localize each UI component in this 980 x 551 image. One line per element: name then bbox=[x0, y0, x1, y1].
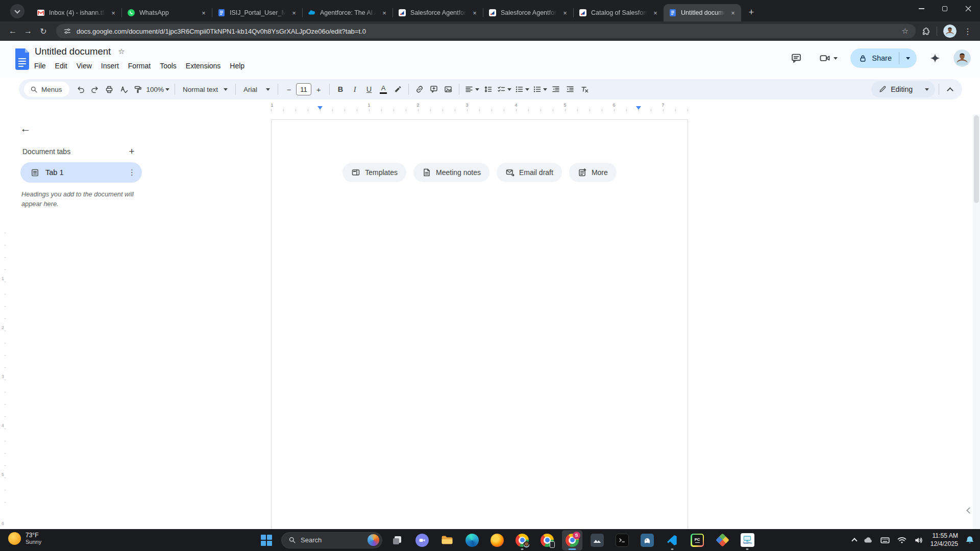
window-close-button[interactable] bbox=[957, 0, 980, 17]
account-avatar[interactable] bbox=[953, 49, 971, 67]
meet-button[interactable] bbox=[815, 48, 842, 68]
document-page[interactable]: Templates Meeting notes Email draft More bbox=[271, 119, 688, 529]
vertical-scrollbar[interactable] bbox=[973, 114, 980, 529]
increase-indent-button[interactable] bbox=[563, 82, 577, 97]
tab-close-icon[interactable]: × bbox=[471, 9, 479, 17]
clear-formatting-button[interactable] bbox=[577, 82, 592, 97]
bing-daily-image-icon[interactable] bbox=[368, 534, 379, 546]
right-indent-marker[interactable] bbox=[636, 106, 641, 112]
start-button[interactable] bbox=[256, 530, 277, 550]
volume-button[interactable] bbox=[914, 535, 924, 545]
share-main[interactable]: Share bbox=[850, 54, 899, 63]
bookmark-star-icon[interactable]: ☆ bbox=[902, 27, 909, 36]
taskpro-button[interactable]: TaskPro bbox=[737, 530, 757, 550]
browser-tab-catalog[interactable]: Catalog of Salesforce Cou × bbox=[574, 4, 664, 21]
templates-chip[interactable]: Templates bbox=[342, 163, 406, 182]
text-color-button[interactable]: A bbox=[376, 82, 390, 97]
chrome-active-button[interactable]: S bbox=[562, 530, 582, 550]
postgresql-button[interactable] bbox=[637, 530, 657, 550]
menu-help[interactable]: Help bbox=[225, 60, 249, 71]
browser-tab-active-untitled-document[interactable]: Untitled document - Goo × bbox=[664, 4, 741, 21]
share-button[interactable]: Share bbox=[850, 48, 917, 68]
file-explorer-button[interactable] bbox=[437, 530, 457, 550]
google-docs-logo[interactable] bbox=[14, 48, 30, 72]
browser-tab-salesforce-2[interactable]: Salesforce Agentforce AI S × bbox=[483, 4, 573, 21]
tab-search-button[interactable] bbox=[10, 4, 24, 18]
browser-tab-salesforce-1[interactable]: Salesforce Agentforce AI S × bbox=[393, 4, 483, 21]
vscode-button[interactable] bbox=[662, 530, 682, 550]
gemini-button[interactable] bbox=[925, 48, 945, 68]
redo-button[interactable] bbox=[88, 82, 102, 97]
window-maximize-button[interactable] bbox=[933, 0, 957, 17]
print-button[interactable] bbox=[102, 82, 116, 97]
tab-close-icon[interactable]: × bbox=[729, 9, 737, 17]
menu-extensions[interactable]: Extensions bbox=[181, 60, 225, 71]
tab-close-icon[interactable]: × bbox=[290, 9, 298, 17]
tab-options-kebab-icon[interactable]: ⋮ bbox=[128, 168, 136, 177]
site-settings-icon[interactable] bbox=[63, 27, 71, 35]
font-select[interactable]: Arial bbox=[239, 82, 274, 97]
browser-tab-manual[interactable]: ISIJ_Portal_User_Manual - × bbox=[212, 4, 302, 21]
reload-button[interactable]: ↻ bbox=[36, 23, 51, 39]
window-minimize-button[interactable] bbox=[910, 0, 933, 17]
underline-button[interactable]: U bbox=[362, 82, 376, 97]
doc-tab-item-selected[interactable]: Tab 1 ⋮ bbox=[20, 162, 142, 183]
tab-close-icon[interactable]: × bbox=[200, 9, 208, 17]
insert-image-button[interactable] bbox=[441, 82, 455, 97]
firefox-button[interactable] bbox=[487, 530, 507, 550]
insert-link-button[interactable] bbox=[412, 82, 427, 97]
pycharm-button[interactable]: PC bbox=[687, 530, 707, 550]
menu-view[interactable]: View bbox=[72, 60, 96, 71]
line-spacing-button[interactable] bbox=[481, 82, 495, 97]
undo-button[interactable] bbox=[74, 82, 88, 97]
address-bar[interactable]: docs.google.com/document/d/1jpc3R6Cmpii0… bbox=[56, 24, 916, 38]
clock-widget[interactable]: 11:55 AM 12/4/2025 bbox=[930, 532, 958, 548]
decrease-font-size-button[interactable]: − bbox=[282, 82, 296, 97]
onedrive-button[interactable] bbox=[863, 535, 873, 545]
add-comment-button[interactable] bbox=[427, 82, 441, 97]
editing-mode-select[interactable]: Editing bbox=[871, 81, 935, 97]
increase-font-size-button[interactable]: + bbox=[311, 82, 326, 97]
task-view-button[interactable] bbox=[387, 530, 407, 550]
side-panel-chevron-icon[interactable] bbox=[966, 507, 973, 514]
weather-widget[interactable]: 73°F Sunny bbox=[8, 532, 41, 545]
email-draft-chip[interactable]: Email draft bbox=[497, 163, 562, 182]
hidden-icons-button[interactable] bbox=[852, 537, 856, 543]
tab-close-icon[interactable]: × bbox=[651, 9, 659, 17]
browser-menu-button[interactable]: ⋮ bbox=[963, 23, 973, 39]
tab-close-icon[interactable]: × bbox=[109, 9, 117, 17]
menu-tools[interactable]: Tools bbox=[155, 60, 181, 71]
meeting-notes-chip[interactable]: Meeting notes bbox=[413, 163, 489, 182]
back-button[interactable]: ← bbox=[5, 23, 20, 39]
tab-close-icon[interactable]: × bbox=[380, 9, 388, 17]
add-tab-button[interactable]: + bbox=[125, 146, 139, 157]
chrome-profile-2-button[interactable] bbox=[537, 530, 557, 550]
search-menus-button[interactable]: Menus bbox=[24, 82, 69, 97]
extensions-icon[interactable] bbox=[921, 27, 930, 36]
decrease-indent-button[interactable] bbox=[549, 82, 563, 97]
terminal-button[interactable] bbox=[612, 530, 632, 550]
chat-app-button[interactable] bbox=[412, 530, 432, 550]
url-text[interactable]: docs.google.com/document/d/1jpc3R6Cmpii0… bbox=[77, 28, 897, 35]
font-size-field[interactable]: 11 bbox=[296, 83, 311, 95]
browser-tab-gmail[interactable]: Inbox (4) - ishann.tforce@ × bbox=[32, 4, 121, 21]
touch-keyboard-button[interactable] bbox=[880, 535, 890, 545]
close-tabs-panel-button[interactable]: ← bbox=[15, 118, 36, 139]
more-templates-chip[interactable]: More bbox=[569, 163, 617, 182]
hide-menus-button[interactable] bbox=[943, 82, 957, 97]
highlight-color-button[interactable] bbox=[390, 82, 405, 97]
zoom-select[interactable]: 100% bbox=[145, 82, 172, 97]
media-viewer-button[interactable] bbox=[587, 530, 607, 550]
browser-profile-avatar[interactable] bbox=[943, 24, 957, 38]
browser-tab-whatsapp[interactable]: WhatsApp × bbox=[122, 4, 212, 21]
notifications-button[interactable] bbox=[965, 535, 975, 545]
wifi-button[interactable] bbox=[897, 535, 907, 545]
spellcheck-button[interactable] bbox=[116, 82, 131, 97]
paint-format-button[interactable] bbox=[131, 82, 145, 97]
bulleted-list-button[interactable] bbox=[513, 82, 531, 97]
menu-edit[interactable]: Edit bbox=[51, 60, 72, 71]
star-document-icon[interactable]: ☆ bbox=[118, 47, 125, 56]
edge-button[interactable] bbox=[462, 530, 482, 550]
numbered-list-button[interactable] bbox=[531, 82, 549, 97]
new-tab-button[interactable]: + bbox=[744, 5, 758, 19]
